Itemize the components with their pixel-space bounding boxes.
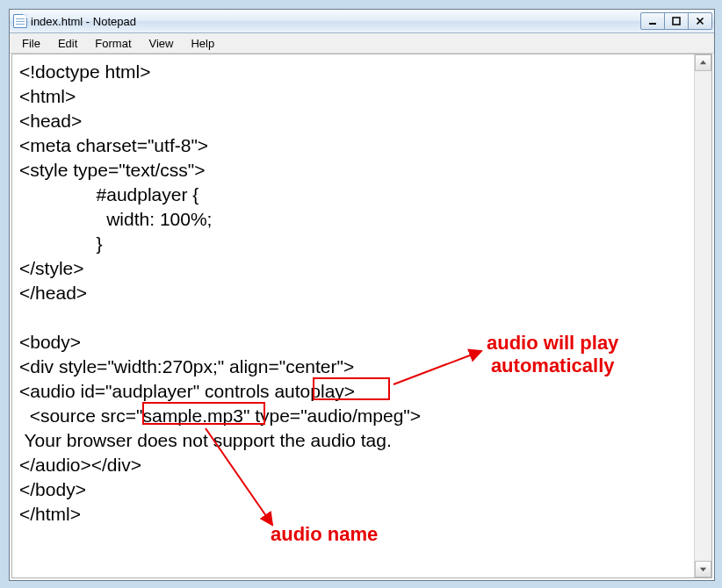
menu-help[interactable]: Help [182, 35, 223, 52]
text-editor[interactable]: <!doctype html> <html> <head> <meta char… [12, 54, 694, 577]
minimize-icon [648, 17, 657, 25]
scroll-up-button[interactable] [695, 54, 711, 71]
notepad-window: index.html - Notepad File Edit Format Vi… [9, 9, 715, 581]
minimize-button[interactable] [640, 12, 665, 30]
menu-view[interactable]: View [141, 35, 183, 52]
menu-edit[interactable]: Edit [49, 35, 86, 52]
titlebar[interactable]: index.html - Notepad [10, 10, 714, 33]
chevron-up-icon [699, 59, 707, 67]
chevron-down-icon [699, 565, 707, 573]
menu-file[interactable]: File [13, 35, 49, 52]
window-controls [641, 12, 712, 30]
menu-view-label: View [149, 37, 174, 50]
menu-help-label: Help [191, 37, 214, 50]
close-icon [696, 17, 704, 25]
maximize-button[interactable] [664, 12, 689, 30]
close-button[interactable] [688, 12, 712, 30]
vertical-scrollbar[interactable] [694, 54, 711, 577]
maximize-icon [672, 17, 681, 25]
svg-rect-0 [649, 23, 656, 25]
menu-format-label: Format [95, 37, 131, 50]
notepad-app-icon [13, 14, 27, 28]
scroll-down-button[interactable] [695, 561, 711, 577]
menu-file-label: File [22, 37, 40, 50]
menubar: File Edit Format View Help [10, 33, 714, 54]
client-area: <!doctype html> <html> <head> <meta char… [11, 54, 712, 578]
svg-rect-1 [673, 18, 680, 25]
menu-edit-label: Edit [58, 37, 77, 50]
window-title: index.html - Notepad [31, 14, 641, 28]
menu-format[interactable]: Format [86, 35, 140, 52]
